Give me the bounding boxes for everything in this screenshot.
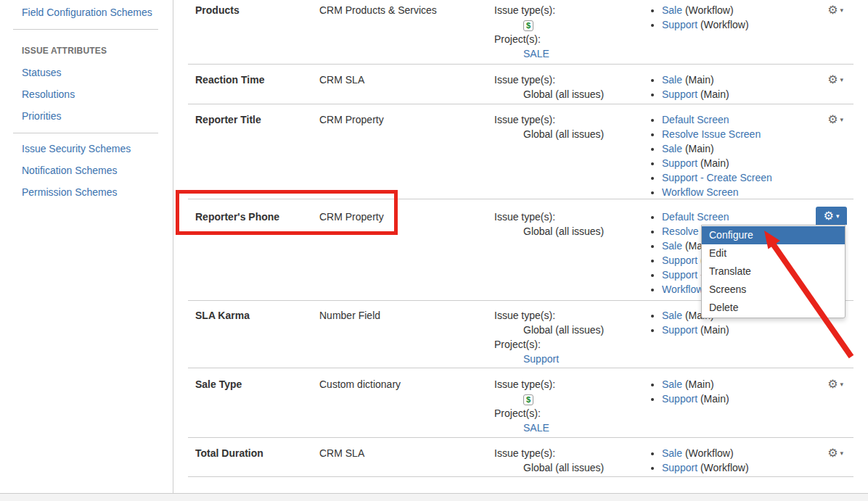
issue-types-value: Global (all issues) — [490, 87, 646, 102]
field-screens-cell: Default ScreenResolve Issue ScreenSale (… — [646, 112, 817, 199]
gear-menu-button-active[interactable]: ⚙ ▾ — [816, 207, 847, 225]
gear-icon: ⚙ — [827, 4, 838, 17]
field-name: Products — [188, 3, 319, 64]
sidebar-item-statuses[interactable]: Statuses — [0, 62, 173, 84]
issue-types-label: Issue type(s): — [490, 377, 646, 392]
field-name: Sale Type — [188, 377, 319, 437]
screen-link[interactable]: Sale — [662, 378, 682, 390]
issue-types-label: Issue type(s): — [490, 3, 646, 17]
sidebar-heading-issue-attributes: ISSUE ATTRIBUTES — [0, 35, 173, 62]
projects-label: Project(s): — [490, 337, 646, 352]
dollar-issue-type-icon: $ — [523, 394, 533, 405]
sidebar-item-priorities[interactable]: Priorities — [0, 106, 173, 128]
screen-list-item: Support (Workflow) — [662, 17, 817, 32]
menu-item-configure[interactable]: Configure — [702, 226, 845, 244]
field-screens-cell: Sale (Workflow)Support (Workflow) — [646, 446, 817, 476]
screen-link[interactable]: Sale — [662, 74, 682, 86]
screen-list-item: Support (Workflow) — [662, 460, 817, 475]
screen-link[interactable]: Support — [662, 393, 697, 405]
screen-link[interactable]: Support — [662, 462, 697, 473]
projects-value: Support — [490, 352, 646, 366]
gear-menu-button[interactable]: ⚙▾ — [827, 378, 843, 391]
admin-sidebar: Field Configuration SchemesISSUE ATTRIBU… — [0, 0, 173, 493]
screen-list-item: Support (Main) — [662, 392, 817, 406]
issue-types-label: Issue type(s): — [490, 112, 646, 127]
screen-suffix: (Main) — [682, 143, 714, 154]
table-row: Reporter Title CRM Property Issue type(s… — [188, 104, 853, 199]
field-context-cell: Issue type(s):Global (all issues)Project… — [490, 308, 646, 368]
screen-link[interactable]: Support — [662, 324, 697, 336]
screen-link[interactable]: Default Screen — [662, 114, 729, 125]
chevron-down-icon: ▾ — [840, 76, 843, 83]
project-link[interactable]: SALE — [523, 422, 549, 434]
gear-menu-button[interactable]: ⚙▾ — [827, 73, 843, 86]
chevron-down-icon: ▾ — [840, 116, 843, 123]
gear-menu-button[interactable]: ⚙▾ — [827, 113, 843, 126]
chevron-down-icon: ▾ — [840, 7, 843, 14]
sidebar-item-issue-security-schemes[interactable]: Issue Security Schemes — [0, 138, 173, 160]
field-actions-cell: ⚙▾ — [817, 446, 853, 476]
menu-item-delete[interactable]: Delete — [702, 299, 845, 317]
dollar-issue-type-icon: $ — [523, 20, 533, 31]
screen-link[interactable]: Sale — [662, 240, 682, 252]
field-type: CRM SLA — [319, 446, 490, 476]
sidebar-item-notification-schemes[interactable]: Notification Schemes — [0, 160, 173, 182]
table-row: Sale Type Custom dictionary Issue type(s… — [188, 368, 853, 438]
screen-list-item: Sale (Main) — [662, 141, 817, 156]
screen-list-item: Support - Create Screen — [662, 170, 817, 185]
projects-label: Project(s): — [490, 32, 646, 46]
screen-suffix: (Main) — [697, 157, 729, 169]
field-context-cell: Issue type(s):Global (all issues) — [490, 73, 646, 104]
projects-label: Project(s): — [490, 406, 646, 421]
menu-item-edit[interactable]: Edit — [702, 244, 845, 262]
screen-link[interactable]: Workflow Screen — [662, 186, 739, 198]
footer-bar — [0, 493, 868, 501]
gear-icon: ⚙ — [827, 447, 838, 460]
project-link[interactable]: SALE — [523, 48, 549, 59]
screen-link[interactable]: Support — [662, 88, 697, 100]
field-name: SLA Karma — [188, 308, 319, 368]
screen-list-item: Default Screen — [662, 210, 817, 224]
screen-link[interactable]: Support — [662, 254, 697, 266]
screen-link[interactable]: Resolve Issue Screen — [662, 128, 761, 140]
screen-link[interactable]: Sale — [662, 143, 682, 154]
screen-link[interactable]: Support — [662, 19, 697, 30]
field-name: Reaction Time — [188, 73, 319, 104]
issue-types-label: Issue type(s): — [490, 73, 646, 87]
sidebar-item-permission-schemes[interactable]: Permission Schemes — [0, 182, 173, 204]
sidebar-item-resolutions[interactable]: Resolutions — [0, 84, 173, 106]
gear-icon: ⚙ — [827, 378, 838, 391]
field-type: Number Field — [319, 308, 490, 368]
field-type: Custom dictionary — [319, 377, 490, 437]
gear-menu-button[interactable]: ⚙▾ — [827, 4, 843, 17]
field-context-cell: Issue type(s):$Project(s):SALE — [490, 3, 646, 64]
screen-link[interactable]: Sale — [662, 4, 682, 16]
screen-list-item: Sale (Main) — [662, 73, 817, 87]
menu-item-screens[interactable]: Screens — [702, 281, 845, 299]
issue-types-label: Issue type(s): — [490, 210, 646, 224]
gear-icon: ⚙ — [824, 210, 834, 223]
screen-suffix: (Workflow) — [682, 4, 734, 16]
table-row: Products CRM Products & Services Issue t… — [188, 0, 853, 65]
menu-item-translate[interactable]: Translate — [702, 262, 845, 281]
field-screens-cell: Sale (Main)Support (Main) — [646, 377, 817, 437]
issue-types-value: $ — [490, 392, 646, 406]
projects-value: SALE — [490, 46, 646, 61]
gear-icon: ⚙ — [827, 73, 838, 86]
screen-link[interactable]: Support — [662, 157, 697, 169]
screen-suffix: (Workflow) — [697, 462, 749, 473]
project-link[interactable]: Support — [523, 353, 559, 365]
gear-menu-button[interactable]: ⚙▾ — [827, 447, 843, 460]
screen-list-item: Support (Main) — [662, 323, 817, 337]
screen-suffix: (Main) — [682, 74, 714, 86]
field-name: Total Duration — [188, 446, 319, 476]
sidebar-item-field-configuration-schemes[interactable]: Field Configuration Schemes — [0, 2, 173, 24]
screen-link[interactable]: Default Screen — [662, 211, 729, 223]
screen-link[interactable]: Sale — [662, 310, 682, 321]
screen-link[interactable]: Sale — [662, 447, 682, 459]
screen-link[interactable]: Support - Create Screen — [662, 172, 772, 183]
issue-types-label: Issue type(s): — [490, 446, 646, 460]
field-type: CRM Property — [319, 112, 490, 199]
screen-suffix: (Main) — [682, 378, 714, 390]
field-actions-cell: ⚙▾ — [817, 3, 853, 64]
